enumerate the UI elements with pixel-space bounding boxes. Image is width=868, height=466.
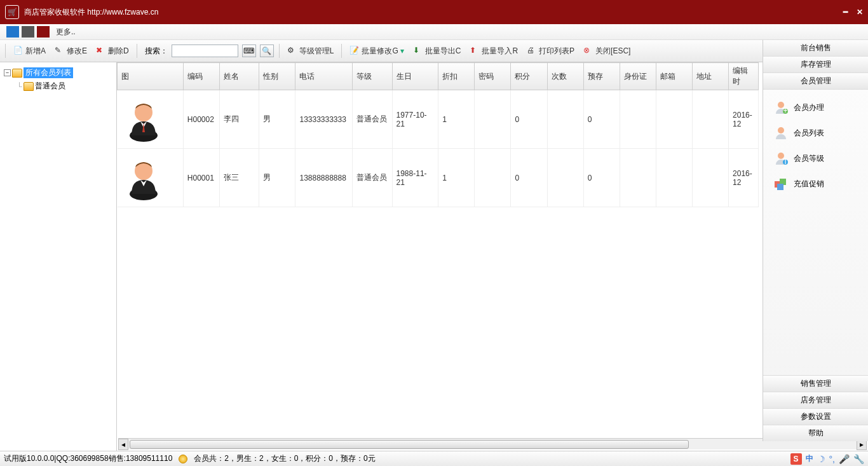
folder-icon [24,82,34,91]
import-icon: ⬆ [470,46,480,56]
member-level-icon: i [773,151,789,166]
status-bar: 试用版10.0.0.0|QQ:360699858销售:13809511110 会… [0,451,868,466]
sidebar-cat-stock[interactable]: 库存管理 [763,57,868,73]
cell-code: H00002 [183,90,219,149]
sidebar-sub-recharge-promo[interactable]: 充值促销 [763,171,868,196]
recharge-icon [773,176,789,191]
wrench-icon[interactable]: 🔧 [853,454,864,464]
version-text: 试用版10.0.0.0|QQ:360699858销售:13809511110 [4,453,172,464]
print-icon: 🖨 [527,46,537,56]
scroll-left-arrow[interactable]: ◂ [118,439,128,450]
close-button[interactable]: ✕ [857,8,863,17]
cell-gender: 男 [259,90,295,149]
bulk-export-button[interactable]: ⬇批量导出C [410,45,464,58]
sidebar-sub-member-level[interactable]: i 会员等级 [763,146,868,171]
search-input[interactable] [172,45,238,57]
toolbar: 📄新增A ✎修改E ✖删除D 搜索： ⌨ 🔍 ⚙等级管理L 📝批量修改G▾ ⬇批… [0,40,868,62]
sidebar-sub-member-list[interactable]: 会员列表 [763,120,868,146]
grid-header-row: 图 编码 姓名 性别 电话 等级 生日 折扣 密码 积分 次数 预存 身份证 邮… [118,63,759,90]
member-list-icon [773,125,789,140]
cell-idcard [620,149,656,207]
level-mgmt-button[interactable]: ⚙等级管理L [285,45,337,58]
col-email[interactable]: 邮箱 [656,63,692,90]
col-edited[interactable]: 编辑时 [729,63,759,90]
search-button[interactable]: 🔍 [260,45,274,57]
col-discount[interactable]: 折扣 [438,63,475,90]
col-phone[interactable]: 电话 [295,63,353,90]
cell-address [692,90,728,149]
keyboard-icon: ⌨ [243,46,254,55]
close-esc-button[interactable]: ⊗关闭[ESC] [581,45,633,58]
cell-code: H00001 [183,149,219,207]
moon-icon[interactable]: ☽ [817,454,825,464]
tree-root-node[interactable]: − 所有会员列表 [4,66,112,79]
theme-swatch-blue[interactable] [6,26,19,38]
theme-swatch-red[interactable] [37,26,50,38]
minimize-button[interactable]: ━ [843,8,848,17]
sidebar-cat-help[interactable]: 帮助 [763,425,868,441]
sidebar-sub-member-apply[interactable]: + 会员办理 [763,95,868,120]
col-deposit[interactable]: 预存 [583,63,620,90]
svg-text:i: i [785,157,787,166]
col-name[interactable]: 姓名 [220,63,259,90]
cell-edited: 2016-12 [729,90,759,149]
svg-text:+: + [783,106,787,115]
delete-button[interactable]: ✖删除D [93,45,132,58]
app-title: 商店管家收银软件 http://www.fzwave.cn [24,7,843,18]
cell-gender: 男 [259,149,295,207]
col-idcard[interactable]: 身份证 [620,63,656,90]
table-row[interactable]: H00001 张三 男 13888888888 普通会员 1988-11-21 … [118,149,759,207]
add-button[interactable]: 📄新增A [11,45,48,58]
col-address[interactable]: 地址 [692,63,728,90]
sidebar-cat-params[interactable]: 参数设置 [763,408,868,425]
scrollbar-thumb[interactable] [130,440,689,449]
col-points[interactable]: 积分 [511,63,547,90]
cell-times [547,149,583,207]
cell-birthday: 1988-11-21 [392,149,438,207]
theme-swatch-gray[interactable] [22,26,34,38]
chevron-down-icon: ▾ [400,46,404,55]
svg-point-7 [778,127,784,134]
cell-idcard [620,90,656,149]
ime-indicator[interactable]: S [790,453,802,465]
col-level[interactable]: 等级 [353,63,392,90]
print-button[interactable]: 🖨打印列表P [524,45,577,58]
sidebar-cat-store[interactable]: 店务管理 [763,392,868,408]
sidebar-cat-sales[interactable]: 销售管理 [763,375,868,392]
edit-button[interactable]: ✎修改E [52,45,90,58]
theme-more-link[interactable]: 更多.. [56,27,76,38]
horizontal-scrollbar[interactable]: ◂ ▸ [118,438,867,449]
tree-child-label: 普通会员 [35,81,65,92]
add-icon: 📄 [13,46,24,56]
delete-icon: ✖ [96,46,106,56]
col-password[interactable]: 密码 [475,63,511,90]
cell-edited: 2016-12 [729,149,759,207]
col-img[interactable]: 图 [118,63,184,90]
bulk-import-button[interactable]: ⬆批量导入R [467,45,520,58]
mic-icon[interactable]: 🎤 [839,454,850,464]
sidebar-cat-member[interactable]: 会员管理 [763,73,868,90]
tree-collapse-icon[interactable]: − [4,69,11,76]
cell-level: 普通会员 [353,90,392,149]
col-birthday[interactable]: 生日 [392,63,438,90]
keyboard-button[interactable]: ⌨ [242,45,256,57]
col-gender[interactable]: 性别 [259,63,295,90]
export-icon: ⬇ [413,46,423,56]
app-logo-icon: 🛒 [5,5,19,19]
cell-email [656,149,692,207]
col-code[interactable]: 编码 [183,63,219,90]
member-tree: − 所有会员列表 └ 普通会员 [0,62,117,451]
col-times[interactable]: 次数 [547,63,583,90]
table-row[interactable]: H00002 李四 男 13333333333 普通会员 1977-10-21 … [118,90,759,149]
comma-icon[interactable]: °, [829,454,836,464]
sidebar-cat-pos[interactable]: 前台销售 [763,40,868,57]
close-icon: ⊗ [583,46,593,56]
lang-indicator[interactable]: 中 [806,453,813,464]
cell-deposit: 0 [583,149,620,207]
bulk-edit-button[interactable]: 📝批量修改G▾ [347,45,406,58]
cell-birthday: 1977-10-21 [392,90,438,149]
cell-discount: 1 [438,149,475,207]
tree-root-label: 所有会员列表 [24,67,73,78]
cell-password [475,90,511,149]
tree-child-node[interactable]: └ 普通会员 [4,79,112,93]
